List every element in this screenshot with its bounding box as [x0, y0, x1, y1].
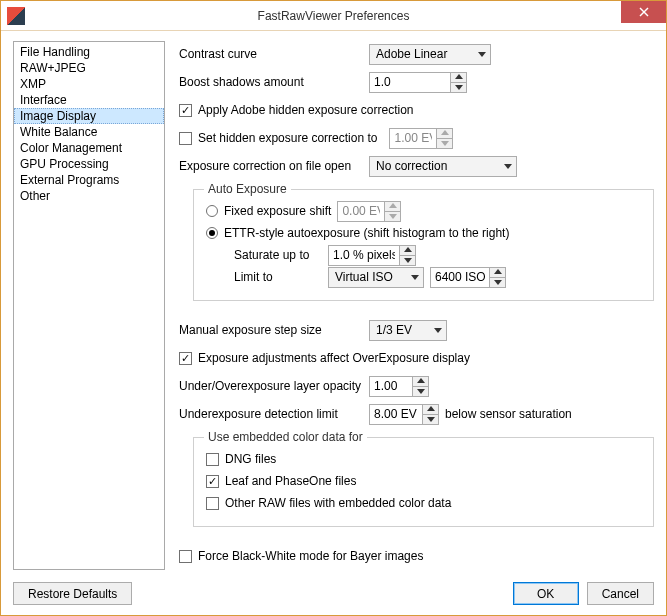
manual-step-combo[interactable]: 1/3 EV: [369, 320, 447, 341]
settings-panel: Contrast curve Adobe Linear Boost shadow…: [179, 41, 654, 570]
svg-marker-8: [389, 203, 397, 208]
set-hidden-exposure-spinner: [389, 128, 453, 149]
sidebar-item-interface[interactable]: Interface: [14, 92, 164, 108]
svg-marker-14: [494, 280, 502, 285]
embedded-color-group: Use embedded color data for DNG files Le…: [193, 437, 654, 527]
sidebar-item-xmp[interactable]: XMP: [14, 76, 164, 92]
layer-opacity-spinner[interactable]: [369, 376, 429, 397]
svg-marker-5: [441, 130, 449, 135]
sidebar-item-white-balance[interactable]: White Balance: [14, 124, 164, 140]
chevron-down-icon: [478, 47, 486, 61]
svg-marker-19: [427, 417, 435, 422]
exposure-affects-over-checkbox[interactable]: Exposure adjustments affect OverExposure…: [179, 351, 470, 365]
fixed-exposure-radio[interactable]: Fixed exposure shift: [206, 204, 331, 218]
chevron-down-icon: [504, 159, 512, 173]
svg-marker-13: [494, 269, 502, 274]
svg-marker-6: [441, 141, 449, 146]
sidebar-item-file-handling[interactable]: File Handling: [14, 44, 164, 60]
apply-adobe-hidden-checkbox[interactable]: Apply Adobe hidden exposure correction: [179, 103, 413, 117]
contrast-curve-combo[interactable]: Adobe Linear: [369, 44, 491, 65]
dialog-footer: Restore Defaults OK Cancel: [1, 576, 666, 615]
ok-button[interactable]: OK: [513, 582, 579, 605]
underexposure-limit-spinner[interactable]: [369, 404, 439, 425]
other-raw-checkbox[interactable]: Other RAW files with embedded color data: [206, 496, 451, 510]
sidebar-item-image-display[interactable]: Image Display: [14, 108, 164, 124]
svg-marker-18: [427, 406, 435, 411]
saturate-label: Saturate up to: [234, 248, 322, 262]
cancel-button[interactable]: Cancel: [587, 582, 654, 605]
svg-marker-16: [417, 378, 425, 383]
svg-marker-2: [478, 52, 486, 57]
boost-shadows-label: Boost shadows amount: [179, 75, 363, 89]
sidebar-item-raw-jpeg[interactable]: RAW+JPEG: [14, 60, 164, 76]
svg-marker-7: [504, 164, 512, 169]
chevron-down-icon: [411, 270, 419, 284]
set-hidden-exposure-checkbox[interactable]: Set hidden exposure correction to: [179, 131, 377, 145]
underexposure-limit-label: Underexposure detection limit: [179, 407, 363, 421]
saturate-spinner[interactable]: [328, 245, 416, 266]
contrast-curve-label: Contrast curve: [179, 47, 363, 61]
limit-to-label: Limit to: [234, 270, 322, 284]
exposure-on-open-label: Exposure correction on file open: [179, 159, 363, 173]
preferences-window: FastRawViewer Preferences File HandlingR…: [0, 0, 667, 616]
category-sidebar[interactable]: File HandlingRAW+JPEGXMPInterfaceImage D…: [13, 41, 165, 570]
sidebar-item-other[interactable]: Other: [14, 188, 164, 204]
force-bw-checkbox[interactable]: Force Black-White mode for Bayer images: [179, 549, 423, 563]
underexposure-suffix: below sensor saturation: [445, 407, 572, 421]
limit-to-value-spinner[interactable]: [430, 267, 506, 288]
fixed-exposure-spinner: [337, 201, 401, 222]
auto-exposure-group: Auto Exposure Fixed exposure shift ETTR-: [193, 189, 654, 301]
titlebar: FastRawViewer Preferences: [1, 1, 666, 31]
svg-marker-17: [417, 389, 425, 394]
spin-up-icon[interactable]: [451, 73, 466, 82]
svg-marker-10: [404, 247, 412, 252]
sidebar-item-color-management[interactable]: Color Management: [14, 140, 164, 156]
svg-marker-9: [389, 214, 397, 219]
sidebar-item-external-programs[interactable]: External Programs: [14, 172, 164, 188]
sidebar-item-gpu-processing[interactable]: GPU Processing: [14, 156, 164, 172]
chevron-down-icon: [434, 323, 442, 337]
restore-defaults-button[interactable]: Restore Defaults: [13, 582, 132, 605]
ettr-radio[interactable]: ETTR-style autoexposure (shift histogram…: [206, 226, 509, 240]
spin-down-icon[interactable]: [451, 82, 466, 92]
leaf-phaseone-checkbox[interactable]: Leaf and PhaseOne files: [206, 474, 356, 488]
svg-marker-3: [455, 74, 463, 79]
layer-opacity-label: Under/Overexposure layer opacity: [179, 379, 363, 393]
svg-marker-4: [455, 85, 463, 90]
svg-marker-11: [404, 258, 412, 263]
exposure-on-open-combo[interactable]: No correction: [369, 156, 517, 177]
manual-step-label: Manual exposure step size: [179, 323, 363, 337]
boost-shadows-spinner[interactable]: [369, 72, 467, 93]
limit-to-kind-combo[interactable]: Virtual ISO: [328, 267, 424, 288]
svg-marker-15: [434, 328, 442, 333]
svg-marker-12: [411, 275, 419, 280]
dng-checkbox[interactable]: DNG files: [206, 452, 276, 466]
window-title: FastRawViewer Preferences: [1, 9, 666, 23]
